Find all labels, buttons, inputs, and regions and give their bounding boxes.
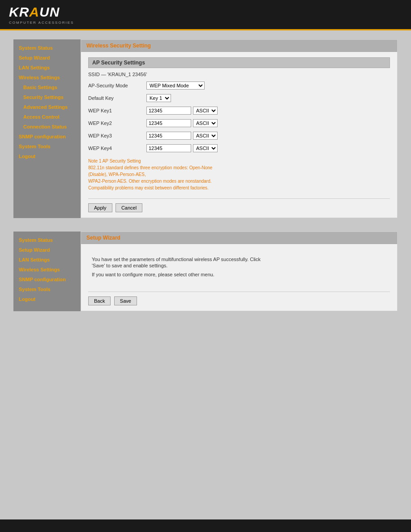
- select-wep-key3-type[interactable]: ASCII HEX: [193, 132, 218, 140]
- content-header-1: Wireless Security Setting: [81, 40, 397, 52]
- row-wep-key1: WEP Key1 ASCII HEX: [88, 106, 390, 116]
- input-wep-key2[interactable]: [146, 119, 191, 127]
- logo-sub: COMPUTER ACCESSORIES: [9, 21, 74, 25]
- row-ap-security-mode: AP-Security Mode WEP Mixed Mode Open-Non…: [88, 81, 390, 90]
- setup-wizard-message: You have set the parameters of multifunc…: [88, 249, 390, 284]
- sidebar-panel2: System Status Setup Wizard LAN Settings …: [13, 232, 81, 311]
- wep-key3-group: ASCII HEX: [146, 132, 218, 140]
- page-body: System Status Setup Wizard LAN Settings …: [0, 30, 411, 519]
- select-ap-security-mode[interactable]: WEP Mixed Mode Open-None (Disable) WPA-P…: [146, 82, 205, 90]
- label-wep-key2: WEP Key2: [88, 120, 146, 126]
- row-wep-key4: WEP Key4 ASCII HEX: [88, 143, 390, 153]
- logo-main: KRAUN: [9, 4, 60, 20]
- content-body-1: AP Security Settings SSID — 'KRAUN_1 234…: [81, 52, 397, 218]
- sidebar-item-basic-settings[interactable]: Basic Settings: [13, 82, 81, 92]
- note-line2: (Disable), WPA-Person-AES,: [88, 171, 390, 178]
- note-line3: WPA2-Person AES. Other encryption modes …: [88, 178, 390, 184]
- sidebar-item-access-control[interactable]: Access Control: [13, 112, 81, 122]
- logo: KRAUN COMPUTER ACCESSORIES: [9, 4, 74, 25]
- note-line4: Compatibility problems may exist between…: [88, 184, 390, 191]
- sidebar2-item-system-tools[interactable]: System Tools: [13, 284, 81, 294]
- wep-key1-group: ASCII HEX: [146, 107, 218, 115]
- select-wep-key2-type[interactable]: ASCII HEX: [193, 119, 218, 127]
- content-body-2: You have set the parameters of multifunc…: [81, 244, 397, 311]
- content-panel1: Wireless Security Setting AP Security Se…: [81, 39, 398, 218]
- section-title-ap-security: AP Security Settings: [88, 57, 390, 68]
- sidebar2-item-lan-settings[interactable]: LAN Settings: [13, 255, 81, 265]
- ssid-display: SSID — 'KRAUN_1 23456': [88, 72, 390, 77]
- label-wep-key1: WEP Key1: [88, 108, 146, 113]
- note-section: Note 1 AP Security Setting 802.11n stand…: [88, 158, 390, 191]
- label-ap-security-mode: AP-Security Mode: [88, 83, 146, 88]
- sidebar2-item-system-status[interactable]: System Status: [13, 235, 81, 245]
- btn-row-1: Apply Cancel: [88, 198, 390, 212]
- input-wep-key3[interactable]: [146, 132, 191, 140]
- panel-setup-wizard: System Status Setup Wizard LAN Settings …: [13, 232, 398, 311]
- message-line3: If you want to configure more, please se…: [92, 272, 386, 277]
- wep-key2-group: ASCII HEX: [146, 119, 218, 127]
- input-wep-key4[interactable]: [146, 144, 191, 152]
- sidebar-item-system-status[interactable]: System Status: [13, 43, 81, 53]
- sidebar-item-system-tools[interactable]: System Tools: [13, 142, 81, 151]
- footer: [0, 519, 411, 532]
- header: KRAUN COMPUTER ACCESSORIES: [0, 0, 411, 30]
- note-line1: 802.11n standard defines three encryptio…: [88, 164, 390, 171]
- content-header-2: Setup Wizard: [81, 232, 397, 244]
- sidebar-item-security-settings[interactable]: Security Settings: [13, 92, 81, 102]
- message-line2: 'Save' to save and enable settings.: [92, 263, 386, 268]
- message-line1: You have set the parameters of multifunc…: [92, 257, 386, 262]
- row-default-key: Default Key Key 1 Key 2 Key 3 Key 4: [88, 93, 390, 103]
- sidebar2-item-setup-wizard[interactable]: Setup Wizard: [13, 245, 81, 255]
- row-wep-key3: WEP Key3 ASCII HEX: [88, 131, 390, 141]
- select-wep-key1-type[interactable]: ASCII HEX: [193, 107, 218, 115]
- label-wep-key4: WEP Key4: [88, 146, 146, 151]
- label-wep-key3: WEP Key3: [88, 133, 146, 138]
- sidebar-item-setup-wizard[interactable]: Setup Wizard: [13, 53, 81, 63]
- cancel-button[interactable]: Cancel: [116, 203, 142, 212]
- select-default-key[interactable]: Key 1 Key 2 Key 3 Key 4: [146, 94, 171, 102]
- label-default-key: Default Key: [88, 95, 146, 101]
- input-wep-key1[interactable]: [146, 107, 191, 115]
- sidebar-item-snmp[interactable]: SNMP configuration: [13, 132, 81, 142]
- save-button[interactable]: Save: [114, 296, 137, 305]
- panel-wireless-security: System Status Setup Wizard LAN Settings …: [13, 39, 398, 218]
- sidebar-item-advanced-settings[interactable]: Advanced Settings: [13, 102, 81, 112]
- sidebar2-item-logout[interactable]: Logout: [13, 294, 81, 304]
- sidebar-item-wireless-settings[interactable]: Wireless Settings: [13, 73, 81, 82]
- content-panel2: Setup Wizard You have set the parameters…: [81, 232, 398, 311]
- sidebar2-item-snmp[interactable]: SNMP configuration: [13, 275, 81, 284]
- select-wep-key4-type[interactable]: ASCII HEX: [193, 144, 218, 152]
- apply-button[interactable]: Apply: [88, 203, 112, 212]
- sidebar-panel1: System Status Setup Wizard LAN Settings …: [13, 39, 81, 218]
- note-title: Note 1 AP Security Setting: [88, 158, 390, 164]
- sidebar2-item-wireless-settings[interactable]: Wireless Settings: [13, 265, 81, 275]
- btn-row-2: Back Save: [88, 292, 390, 305]
- sidebar-item-lan-settings[interactable]: LAN Settings: [13, 63, 81, 73]
- sidebar-item-connection-status[interactable]: Connection Status: [13, 122, 81, 132]
- wep-key4-group: ASCII HEX: [146, 144, 218, 152]
- row-wep-key2: WEP Key2 ASCII HEX: [88, 118, 390, 128]
- sidebar-item-logout[interactable]: Logout: [13, 151, 81, 161]
- back-button[interactable]: Back: [88, 296, 111, 305]
